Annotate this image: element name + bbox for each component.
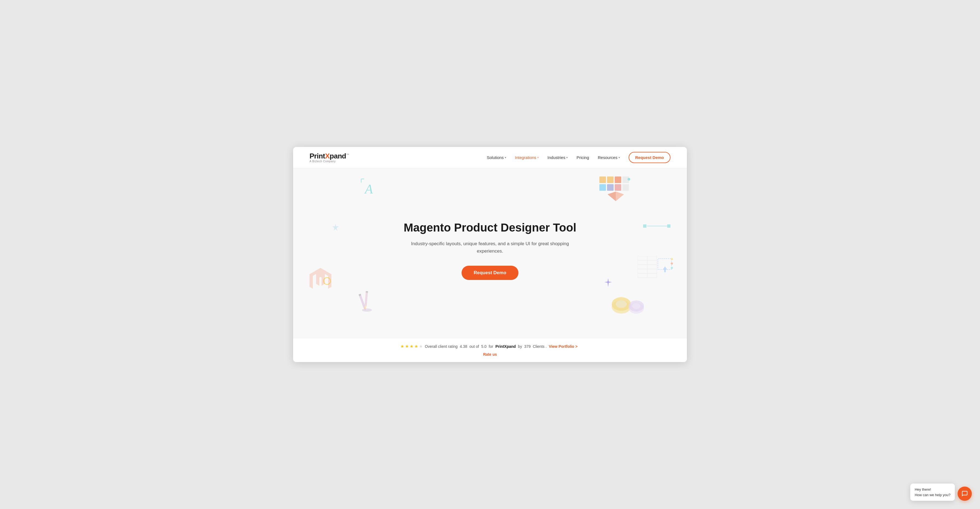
svg-marker-19 [608, 191, 624, 201]
hero-title: Magento Product Designer Tool [400, 221, 580, 235]
color-palette-decoration [600, 177, 632, 205]
sparkle-left-decoration [331, 223, 340, 232]
browser-window: PrintXpand™ A Biztech Company Solutions … [293, 147, 687, 362]
logo-text: PrintXpand™ [310, 152, 349, 160]
rating-for: for [488, 344, 493, 349]
rating-prefix: Overall client rating [425, 344, 458, 349]
hero-subtitle: Industry-specific layouts, unique featur… [400, 240, 580, 255]
chevron-down-icon: ▾ [505, 156, 506, 159]
svg-rect-6 [358, 294, 361, 296]
svg-point-40 [628, 300, 644, 311]
request-demo-hero-button[interactable]: Request Demo [461, 266, 518, 280]
nav-cta[interactable]: Request Demo [628, 152, 670, 163]
star-rating: ★ ★ ★ ★ ★ [400, 344, 423, 349]
svg-point-41 [632, 303, 640, 309]
svg-marker-3 [332, 223, 339, 231]
svg-point-36 [612, 300, 631, 314]
star-4: ★ [414, 344, 418, 349]
chevron-down-icon: ▾ [566, 156, 568, 159]
svg-point-10 [362, 308, 372, 312]
logo-trademark: ™ [346, 153, 349, 156]
svg-point-38 [616, 300, 627, 308]
logo-tagline: A Biztech Company [310, 160, 349, 163]
node-connector-decoration [643, 223, 670, 230]
nav-label-industries: Industries [547, 155, 565, 160]
pencil-decoration [356, 287, 378, 313]
logo[interactable]: PrintXpand™ A Biztech Company [310, 152, 349, 163]
rating-bar: ★ ★ ★ ★ ★ Overall client rating 4.38 out… [293, 338, 687, 362]
star-3: ★ [410, 344, 414, 349]
nav-item-solutions[interactable]: Solutions ▾ [487, 155, 506, 160]
nav-link-solutions[interactable]: Solutions ▾ [487, 155, 506, 160]
rating-clients-count: 379 [524, 344, 530, 349]
rating-by: by [518, 344, 522, 349]
svg-marker-8 [364, 306, 367, 310]
chat-icon [961, 490, 968, 497]
chat-open-button[interactable] [958, 487, 972, 501]
svg-point-37 [612, 297, 631, 311]
nav-item-integrations[interactable]: Integrations ▾ [515, 155, 539, 160]
svg-rect-9 [366, 291, 368, 293]
typography-decoration: A [359, 177, 380, 199]
hero-section: A [293, 168, 687, 338]
svg-rect-15 [600, 184, 606, 191]
chevron-down-icon: ▾ [537, 156, 539, 159]
circle-shape [323, 277, 331, 285]
svg-rect-24 [667, 224, 670, 228]
nav-item-pricing[interactable]: Pricing [576, 155, 589, 160]
svg-point-33 [671, 258, 673, 260]
svg-marker-5 [363, 307, 367, 311]
svg-point-21 [628, 178, 630, 180]
rating-brand: PrintXpand [495, 344, 516, 349]
magento-logo-decoration [310, 268, 331, 294]
nav-item-resources[interactable]: Resources ▾ [598, 155, 620, 160]
svg-rect-17 [615, 184, 621, 191]
nav-item-industries[interactable]: Industries ▾ [547, 155, 568, 160]
svg-rect-18 [622, 184, 629, 191]
nav-link-integrations[interactable]: Integrations ▾ [515, 155, 539, 160]
svg-marker-20 [608, 191, 616, 201]
nav-link-industries[interactable]: Industries ▾ [547, 155, 568, 160]
nav-label-solutions: Solutions [487, 155, 504, 160]
hero-content: Magento Product Designer Tool Industry-s… [400, 221, 580, 280]
chevron-down-icon: ▾ [619, 156, 620, 159]
nav-link-pricing[interactable]: Pricing [576, 155, 589, 160]
logo-pand: pand [330, 152, 346, 160]
nav-links: Solutions ▾ Integrations ▾ Industries ▾ … [487, 152, 670, 163]
svg-rect-13 [615, 177, 621, 183]
star-1: ★ [400, 344, 404, 349]
nav-label-integrations: Integrations [515, 155, 536, 160]
logo-print: Print [310, 152, 325, 160]
svg-rect-7 [364, 292, 368, 306]
nav-label-pricing: Pricing [576, 155, 589, 160]
rate-us-link[interactable]: Rate us [310, 352, 670, 357]
svg-rect-22 [643, 224, 646, 228]
svg-text:A: A [364, 182, 373, 196]
chat-greeting: Hey there! [915, 487, 950, 492]
chat-message: How can we help you? [915, 492, 950, 498]
nav-label-resources: Resources [598, 155, 617, 160]
circle-decoration [323, 277, 331, 286]
rating-clients-suffix: Clients . [533, 344, 547, 349]
rating-score: 4.38 [460, 344, 467, 349]
view-portfolio-link[interactable]: View Portfolio > [549, 344, 578, 349]
svg-rect-4 [359, 294, 366, 308]
rating-out-of: out of [469, 344, 479, 349]
svg-point-39 [628, 303, 644, 314]
svg-rect-25 [638, 256, 657, 278]
svg-point-34 [671, 262, 673, 265]
svg-rect-14 [622, 177, 629, 183]
navbar: PrintXpand™ A Biztech Company Solutions … [293, 147, 687, 168]
sparkle-right-decoration [603, 278, 613, 289]
svg-marker-32 [663, 266, 667, 272]
chat-widget: Hey there! How can we help you? [910, 483, 972, 501]
svg-rect-16 [607, 184, 614, 191]
svg-rect-31 [658, 258, 671, 270]
logo-x: X [325, 152, 330, 160]
svg-point-35 [671, 267, 673, 269]
star-2: ★ [405, 344, 409, 349]
nav-link-resources[interactable]: Resources ▾ [598, 155, 620, 160]
request-demo-nav-button[interactable]: Request Demo [628, 152, 670, 163]
rating-max: 5.0 [481, 344, 487, 349]
svg-rect-12 [607, 177, 614, 183]
